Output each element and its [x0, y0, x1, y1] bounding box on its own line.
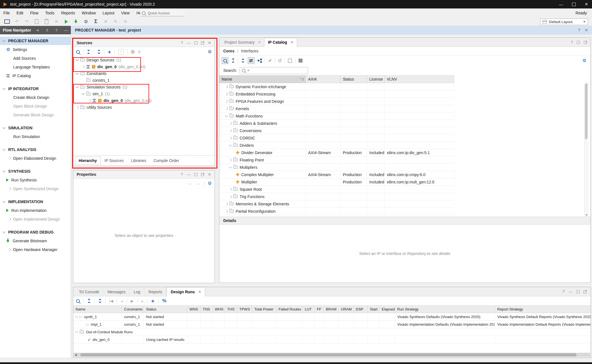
column-tpws[interactable]: TPWS [237, 306, 252, 313]
tree-item-utility-sources[interactable]: Utility Sources [73, 104, 215, 111]
column-uram[interactable]: URAM [339, 306, 354, 313]
tab-tcl-console[interactable]: Tcl Console [75, 287, 103, 296]
abort-icon[interactable]: ✕ [122, 19, 129, 25]
undo-icon[interactable]: ↶ [14, 19, 20, 25]
close-panel-icon[interactable]: ✕ [208, 172, 211, 177]
tree-row[interactable]: Dynamic Function eXchange [219, 83, 454, 90]
tab-hierarchy[interactable]: Hierarchy [75, 157, 101, 165]
tree-row[interactable]: Floating Point [219, 156, 454, 164]
help-icon[interactable]: ? [181, 172, 183, 177]
tab-log[interactable]: Log [130, 287, 144, 296]
column-vlnv[interactable]: VLNV [385, 76, 454, 83]
minimize-panel-icon[interactable]: — [187, 41, 191, 45]
tree-row[interactable]: Kernels [219, 105, 454, 112]
tree-item-div-gen-0[interactable]: div_gen_0 (div_gen_0.xci) [73, 63, 215, 70]
column-ff[interactable]: FF [315, 306, 324, 313]
column-lut[interactable]: LUT [302, 306, 315, 313]
menu-layout[interactable]: Layout [99, 8, 118, 17]
column-status[interactable]: Status [144, 306, 187, 313]
tree-row-multiplier[interactable]: MultiplierProductionIncludedxilinx.com:i… [219, 178, 454, 186]
tab-ip-catalog[interactable]: IP Catalog ✕ [264, 38, 297, 47]
tree-row[interactable]: Trig Functions [219, 193, 454, 200]
tree-row[interactable]: Multipliers [219, 164, 454, 171]
maximize-panel-icon[interactable] [194, 173, 197, 176]
horizontal-scrollbar[interactable] [74, 353, 590, 357]
column-bram[interactable]: BRAM [324, 306, 339, 313]
create-runs-icon[interactable]: + [151, 298, 154, 304]
menu-file[interactable]: File [0, 8, 13, 17]
tree-row[interactable]: CORDIC [219, 134, 454, 142]
quick-access-input[interactable] [147, 11, 179, 15]
column-start[interactable]: Start [368, 306, 379, 313]
column-tns[interactable]: TNS [200, 306, 213, 313]
tab-messages[interactable]: Messages [103, 287, 130, 296]
sidebar-item-generate-block-design[interactable]: Generate Block Design [0, 110, 71, 119]
section-simulation[interactable]: SIMULATION [0, 124, 71, 132]
sidebar-item-run-implementation[interactable]: Run Implementation [0, 206, 71, 215]
minimize-button[interactable]: — [555, 0, 567, 8]
column-status[interactable]: Status [341, 76, 367, 83]
section-project-manager[interactable]: PROJECT MANAGER [0, 37, 71, 45]
maximize-panel-icon[interactable] [577, 41, 580, 44]
tree-row[interactable]: Memories & Storage Elements [219, 200, 454, 208]
section-implementation[interactable]: IMPLEMENTATION [0, 197, 71, 206]
collapse-all-icon[interactable] [87, 299, 91, 303]
sidebar-item-ip-catalog[interactable]: IP Catalog [0, 71, 71, 80]
expand-all-icon[interactable]: ⇳ [46, 28, 49, 32]
add-sources-icon[interactable]: + [108, 49, 111, 55]
tab-compile-order[interactable]: Compile Order [150, 157, 183, 164]
run-row-synth-1[interactable]: ▷synth_1 constrs_1 Not started Vivado Sy… [73, 313, 591, 321]
tree-item-sim-1[interactable]: sim_1 (1) [73, 90, 215, 97]
layout-selector[interactable]: Default Layout [540, 19, 588, 25]
quick-access-search[interactable] [140, 10, 185, 16]
minimize-panel-icon[interactable]: — [569, 289, 573, 294]
expand-all-icon[interactable] [97, 50, 101, 54]
properties-header[interactable]: Properties ? — ✕ [73, 170, 215, 179]
help-icon[interactable]: ? [56, 28, 58, 32]
collapse-all-icon[interactable] [231, 59, 235, 63]
column-constraints[interactable]: Constraints [122, 306, 144, 313]
float-panel-icon[interactable] [584, 41, 587, 44]
delete-icon[interactable]: ✕ [53, 19, 59, 25]
column-ths[interactable]: THS [225, 306, 237, 313]
gear-icon[interactable]: ⚙ [208, 50, 212, 54]
sidebar-item-settings[interactable]: ⚙ Settings [0, 45, 71, 54]
gear-icon[interactable]: ⚙ [582, 58, 586, 63]
maximize-panel-icon[interactable] [194, 41, 197, 45]
back-arrow-icon[interactable]: ← [188, 181, 193, 186]
section-ip-integrator[interactable]: IP INTEGRATOR [0, 85, 71, 93]
section-synthesis[interactable]: SYNTHESIS [0, 167, 71, 176]
help-icon[interactable]: ? [571, 40, 573, 45]
tab-project-summary[interactable]: Project Summary ✕ [221, 38, 264, 46]
minimize-panel-icon[interactable]: — [64, 28, 68, 32]
paste-icon[interactable] [43, 19, 50, 25]
float-panel-icon[interactable] [584, 290, 587, 293]
column-whs[interactable]: WHS [213, 306, 225, 313]
tree-row[interactable]: Square Root [219, 186, 454, 193]
expand-all-icon[interactable] [241, 58, 245, 63]
menu-reports[interactable]: Reports [58, 8, 78, 17]
column-total-power[interactable]: Total Power [252, 306, 276, 313]
tab-ip-sources[interactable]: IP Sources [101, 157, 127, 164]
menu-tools[interactable]: Tools [42, 8, 58, 17]
section-program-and-debug[interactable]: PROGRAM AND DEBUG [0, 228, 71, 236]
settings-gear-icon[interactable]: ⚙ [83, 19, 89, 25]
tree-item-constraints[interactable]: Constraints [73, 70, 215, 77]
column-license[interactable]: License [367, 76, 385, 83]
column-axi4[interactable]: AXI4 [306, 76, 341, 83]
menu-window[interactable]: Window [78, 8, 99, 17]
column-wns[interactable]: WNS [187, 306, 200, 313]
hierarchy-view-icon[interactable] [258, 60, 259, 61]
float-panel-icon[interactable] [201, 173, 204, 176]
column-name[interactable]: Name [73, 306, 122, 313]
scrollbar-thumb[interactable] [585, 84, 587, 139]
tree-row[interactable]: Adders & Subtracters [219, 120, 454, 127]
sidebar-item-generate-bitstream[interactable]: Generate Bitstream [0, 236, 71, 245]
close-icon[interactable]: ✕ [585, 28, 588, 32]
search-icon[interactable] [76, 299, 80, 303]
sigma-icon[interactable]: Σ [93, 19, 99, 25]
column-elapsed[interactable]: Elapsed [379, 306, 395, 313]
collapse-all-icon[interactable] [87, 50, 90, 54]
tree-item-div-gen-0-sim[interactable]: div_gen_0 (div_gen_0.xci) [73, 97, 215, 104]
collapse-all-icon[interactable]: ⇥ [36, 28, 39, 32]
